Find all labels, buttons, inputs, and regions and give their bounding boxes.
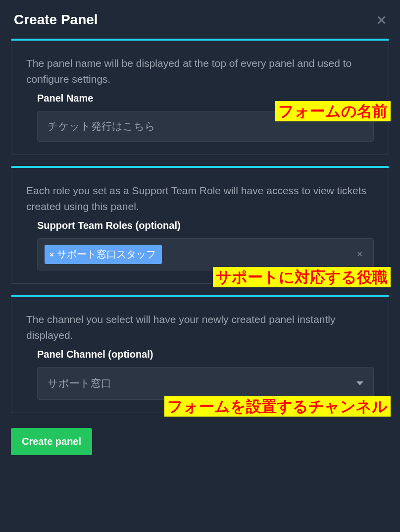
modal-body: The panel name will be displayed at the … [0, 39, 400, 413]
panel-channel-section: The channel you select will have your ne… [11, 295, 389, 413]
modal-footer: Create panel [0, 424, 400, 466]
clear-roles-icon[interactable]: × [357, 249, 366, 260]
support-roles-input[interactable]: × サポート窓口スタッフ × [37, 238, 374, 270]
annotation-channel: フォームを設置するチャンネル [164, 396, 391, 417]
modal-header: Create Panel × [0, 0, 400, 39]
chevron-down-icon [356, 381, 363, 385]
annotation-form-name: フォームの名前 [275, 101, 391, 121]
create-panel-modal: Create Panel × The panel name will be di… [0, 0, 400, 466]
panel-channel-select[interactable]: サポート窓口 [37, 367, 374, 400]
modal-title: Create Panel [14, 12, 98, 28]
panel-name-section: The panel name will be displayed at the … [11, 39, 389, 155]
close-icon: × [377, 11, 386, 29]
create-panel-button[interactable]: Create panel [11, 428, 92, 455]
panel-name-description: The panel name will be displayed at the … [26, 55, 374, 87]
support-roles-label: Support Team Roles (optional) [37, 220, 374, 231]
support-roles-section: Each role you set as a Support Team Role… [11, 166, 389, 284]
role-tag[interactable]: × サポート窓口スタッフ [45, 245, 162, 264]
panel-channel-value: サポート窓口 [48, 376, 111, 390]
support-roles-description: Each role you set as a Support Team Role… [26, 183, 374, 214]
panel-channel-label: Panel Channel (optional) [37, 349, 374, 360]
remove-tag-icon[interactable]: × [50, 250, 54, 259]
close-button[interactable]: × [377, 12, 386, 28]
panel-channel-description: The channel you select will have your ne… [26, 312, 374, 343]
role-tag-label: サポート窓口スタッフ [57, 248, 156, 261]
annotation-support-role: サポートに対応する役職 [213, 267, 391, 287]
